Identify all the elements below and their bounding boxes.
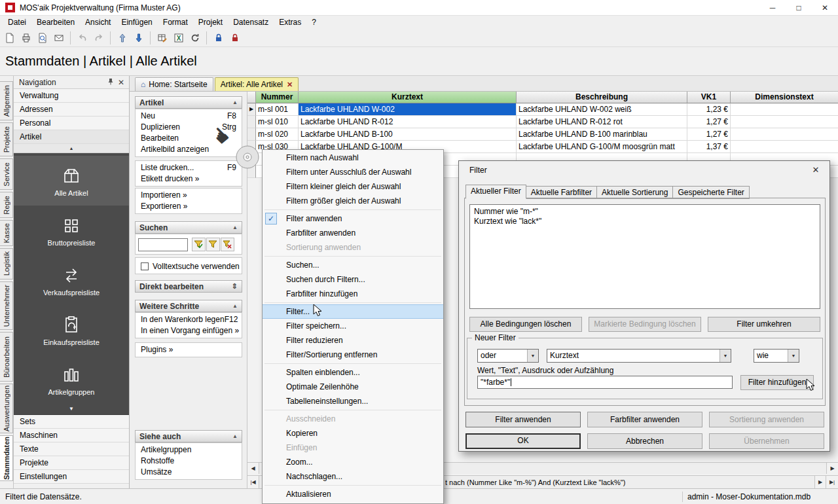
- nav-item-sets[interactable]: Sets: [14, 415, 129, 429]
- action-warenkorb[interactable]: In den Warenkorb legenF12: [136, 314, 242, 325]
- col-header-nummer[interactable]: Nummer: [256, 92, 299, 103]
- operator-select[interactable]: wie▼: [754, 349, 799, 363]
- section-header-direkt-bearbeiten[interactable]: Direkt bearbeiten⇕: [135, 280, 242, 293]
- filter-condition[interactable]: Nummer wie "m-*": [474, 207, 816, 217]
- menu-einfuegen[interactable]: Einfügen: [116, 16, 157, 29]
- cell-beschreibung[interactable]: Lackfarbe UHLAND W-002 weiß: [517, 103, 687, 116]
- nav-item-verwaltung[interactable]: Verwaltung: [14, 89, 129, 103]
- tab-aktuelle-sortierung[interactable]: Aktuelle Sortierung: [596, 186, 673, 199]
- link-rohstoffe[interactable]: Rohstoffe: [136, 456, 242, 467]
- section-header-siehe-auch[interactable]: Siehe auch▲: [135, 430, 242, 442]
- menu-extras[interactable]: Extras: [274, 16, 306, 29]
- cell-vk1[interactable]: 1,37 €: [687, 141, 731, 153]
- context-menu-item[interactable]: Aktualisieren: [263, 487, 443, 501]
- nav-item-texte[interactable]: Texte: [14, 442, 129, 456]
- context-menu-item[interactable]: Farbfilter hinzufügen: [263, 287, 443, 301]
- cell-beschreibung[interactable]: Lackfarbe UHLAND G-100/M moosgrün matt: [517, 141, 687, 153]
- print-preview-button[interactable]: [34, 30, 50, 46]
- action-artikelbild-anzeigen[interactable]: Artikelbild anzeigen: [136, 144, 242, 155]
- chevron-down-icon[interactable]: ▼: [788, 350, 799, 362]
- context-menu-item[interactable]: Spalten einblenden...: [263, 365, 443, 380]
- vtab-allgemein[interactable]: Allgemein: [0, 81, 13, 120]
- pin-icon[interactable]: [105, 78, 116, 87]
- cell-beschreibung[interactable]: Lackfarbe UHLAND R-012 rot: [517, 116, 687, 128]
- minimize-button[interactable]: ─: [759, 0, 786, 16]
- col-header-dimensionstext[interactable]: Dimensionstext: [731, 92, 838, 103]
- action-exportieren[interactable]: Exportieren »: [136, 201, 242, 212]
- menu-datensatz[interactable]: Datensatz: [228, 16, 274, 29]
- apply-filter-button[interactable]: Filter anwenden: [465, 412, 581, 427]
- cell-dimensionstext[interactable]: [731, 116, 838, 128]
- mail-button[interactable]: [50, 30, 67, 46]
- context-menu-item[interactable]: Tabelleneinstellungen...: [263, 394, 443, 408]
- filter-button[interactable]: [206, 238, 220, 251]
- ok-button[interactable]: OK: [465, 433, 581, 449]
- tab-aktuelle-farbfilter[interactable]: Aktuelle Farbfilter: [526, 186, 597, 199]
- excel-export-button[interactable]: X: [170, 30, 187, 46]
- nav-dark-item-verkaufspreisliste[interactable]: Verkaufspreisliste: [14, 255, 129, 305]
- redo-button[interactable]: [90, 30, 107, 46]
- invert-filter-button[interactable]: Filter umkehren: [708, 317, 820, 332]
- action-plugins[interactable]: Plugins »: [136, 344, 242, 355]
- nav-item-artikel[interactable]: Artikel: [14, 130, 129, 144]
- vtab-auswertungen[interactable]: Auswertungen: [0, 384, 13, 433]
- cell-kurztext[interactable]: Lackfarbe UHLAND R-012: [299, 116, 517, 128]
- fulltext-option[interactable]: Volltextsuche verwenden: [136, 259, 242, 271]
- action-liste-drucken[interactable]: Liste drucken...F9: [136, 162, 242, 173]
- nav-item-maschinen[interactable]: Maschinen: [14, 429, 129, 442]
- row-selector[interactable]: [247, 128, 256, 141]
- chevron-down-icon[interactable]: ▼: [527, 350, 538, 362]
- lock-blue-button[interactable]: [210, 30, 227, 46]
- new-document-button[interactable]: [1, 30, 18, 46]
- menu-bearbeiten[interactable]: Bearbeiten: [31, 16, 80, 29]
- vtab-logistik[interactable]: Logistik: [0, 248, 13, 279]
- context-menu-item[interactable]: Filter speichern...: [263, 319, 443, 333]
- next-record-icon[interactable]: ▶: [814, 476, 826, 488]
- context-menu-item-filter[interactable]: Filter...: [263, 304, 443, 319]
- tab-home-startseite[interactable]: ⌂ Home: Startseite: [135, 77, 213, 91]
- tab-artikel-alle-artikel[interactable]: Artikel: Alle Artikel ✕: [215, 77, 299, 91]
- nav-item-projekte[interactable]: Projekte: [14, 456, 129, 470]
- context-menu-item[interactable]: Zoom...: [263, 455, 443, 469]
- dialog-close-icon[interactable]: ✕: [807, 163, 824, 177]
- cancel-button[interactable]: Abbrechen: [587, 433, 702, 449]
- col-header-beschreibung[interactable]: Beschreibung: [517, 92, 687, 103]
- context-menu-item[interactable]: Optimale Zeilenhöhe: [263, 380, 443, 394]
- context-menu-item[interactable]: Filtern nach Auswahl: [263, 151, 443, 165]
- context-menu-item[interactable]: Filter/Sortierung entfernen: [263, 348, 443, 362]
- context-menu-item-filter-anwenden[interactable]: ✓ Filter anwenden: [263, 211, 443, 226]
- tab-close-icon[interactable]: ✕: [287, 78, 293, 91]
- cell-kurztext-selected[interactable]: Lackfarbe UHLAND W-002: [299, 103, 517, 116]
- vtab-bueroarbeiten[interactable]: Büroarbeiten: [0, 332, 13, 382]
- junction-select[interactable]: oder▼: [477, 349, 539, 363]
- remove-filter-button[interactable]: [221, 238, 234, 251]
- menu-projekt[interactable]: Projekt: [193, 16, 228, 29]
- edit-table-button[interactable]: [154, 30, 170, 46]
- nav-item-einstellungen[interactable]: Einstellungen: [14, 470, 129, 484]
- context-menu-item[interactable]: Filtern größer gleich der Auswahl: [263, 194, 443, 208]
- section-header-suchen[interactable]: Suchen▲: [135, 221, 242, 234]
- context-menu-item[interactable]: Farbfilter anwenden: [263, 226, 443, 240]
- vtab-unternehmer[interactable]: Unternehmer: [0, 281, 13, 330]
- apply-search-filter-button[interactable]: [192, 238, 206, 251]
- move-down-button[interactable]: [130, 30, 147, 46]
- filter-conditions-list[interactable]: Nummer wie "m-*" Kurztext wie "lack*": [469, 204, 820, 309]
- context-menu-item[interactable]: Suchen...: [263, 258, 443, 272]
- cell-vk1[interactable]: 1,27 €: [687, 128, 731, 141]
- cell-nummer[interactable]: m-sl 010: [256, 116, 299, 128]
- vtab-regie[interactable]: Regie: [0, 192, 13, 218]
- context-menu-item[interactable]: Filter reduzieren: [263, 333, 443, 348]
- cell-vk1[interactable]: 1,23 €: [687, 103, 731, 116]
- nav-scroll-up[interactable]: ▲: [14, 144, 129, 153]
- action-importieren[interactable]: Importieren »: [136, 190, 242, 201]
- apply-colorfilter-button[interactable]: Farbfilter anwenden: [587, 412, 702, 427]
- menu-hilfe[interactable]: ?: [306, 16, 321, 29]
- action-etikett-drucken[interactable]: Etikett drucken »: [136, 173, 242, 185]
- cell-dimensionstext[interactable]: [731, 141, 838, 153]
- vtab-projekte[interactable]: Projekte: [0, 122, 13, 156]
- context-menu-item[interactable]: Suchen durch Filtern...: [263, 272, 443, 287]
- section-header-artikel[interactable]: Artikel▲: [135, 96, 242, 109]
- nav-dark-item-artikelgruppen[interactable]: Artikelgruppen: [14, 355, 129, 405]
- tab-aktueller-filter[interactable]: Aktueller Filter: [465, 185, 526, 199]
- menu-datei[interactable]: Datei: [3, 16, 31, 29]
